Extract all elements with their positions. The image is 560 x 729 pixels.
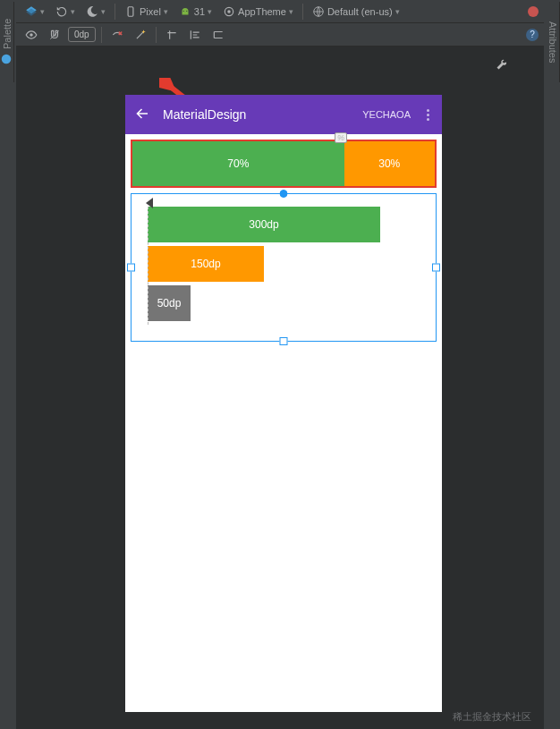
percent-badge: % (335, 132, 347, 143)
margin-value: 0dp (74, 30, 89, 39)
api-picker[interactable]: 31 ▾ (175, 3, 216, 21)
chevron-down-icon: ▾ (164, 7, 168, 16)
width-bar[interactable]: 50dp (148, 285, 191, 321)
clear-constraints-icon (111, 29, 123, 41)
guideline-icon (165, 29, 178, 41)
percent-label: 70% (227, 157, 249, 170)
svg-point-5 (227, 10, 231, 13)
resize-handle[interactable] (432, 264, 440, 272)
chevron-down-icon: ▾ (101, 7, 106, 16)
palette-tab[interactable]: Palette (0, 2, 14, 82)
resize-handle[interactable] (280, 337, 288, 345)
separator (115, 4, 115, 20)
pack-button[interactable] (208, 26, 228, 44)
svg-point-7 (30, 33, 33, 37)
wand-icon (134, 29, 147, 41)
chevron-down-icon: ▾ (395, 7, 400, 16)
theme-picker[interactable]: AppTheme ▾ (219, 3, 297, 21)
target-icon (223, 5, 235, 18)
bar-label: 150dp (191, 258, 220, 270)
bar-label: 300dp (249, 218, 278, 231)
svg-point-0 (2, 55, 12, 64)
palette-tab-label: Palette (2, 19, 13, 49)
svg-rect-1 (128, 6, 133, 16)
resize-handle[interactable] (127, 264, 135, 272)
separator (101, 27, 102, 43)
palette-icon (1, 53, 13, 65)
app-bar: MaterialDesign YECHAOA (125, 95, 442, 134)
watermark: 稀土掘金技术社区 (453, 710, 531, 724)
chevron-down-icon: ▾ (71, 7, 75, 16)
percent-layout[interactable]: % 70% 30% (131, 140, 437, 188)
align-icon (189, 29, 201, 41)
clear-constraints-button[interactable] (107, 26, 127, 44)
chevron-down-icon: ▾ (208, 7, 212, 16)
rotate-icon (55, 5, 68, 18)
device-label: Pixel (140, 6, 161, 17)
width-bar[interactable]: 300dp (148, 207, 380, 242)
layers-icon (25, 5, 38, 18)
chevron-down-icon: ▾ (40, 7, 45, 16)
locale-picker[interactable]: Default (en-us) ▾ (309, 3, 403, 21)
app-title: MaterialDesign (163, 107, 246, 122)
design-toolbar: ▾ ▾ ▾ Pixel ▾ 31 ▾ AppTheme ▾ Default (e… (16, 0, 544, 23)
api-label: 31 (194, 6, 205, 17)
overflow-icon[interactable] (423, 109, 433, 121)
locale-label: Default (en-us) (327, 6, 393, 17)
resize-handle[interactable] (280, 190, 288, 198)
align-button[interactable] (185, 26, 205, 44)
moon-icon (86, 5, 98, 18)
wrench-icon[interactable] (496, 59, 507, 72)
chevron-down-icon: ▾ (289, 7, 293, 16)
view-mode-button[interactable]: ▾ (21, 3, 48, 21)
autoconnect-button[interactable] (45, 26, 64, 44)
orientation-button[interactable]: ▾ (52, 3, 79, 21)
percent-bar-70[interactable]: 70% (132, 141, 344, 186)
globe-icon (312, 5, 325, 18)
phone-icon (124, 5, 137, 18)
svg-point-3 (186, 10, 187, 11)
svg-point-2 (183, 10, 184, 11)
eye-icon (25, 29, 38, 41)
android-icon (179, 5, 191, 18)
separator (302, 4, 303, 20)
guideline[interactable] (148, 207, 148, 325)
selected-linear-layout[interactable]: 300dp150dp50dp (131, 193, 437, 342)
device-picker[interactable]: Pixel ▾ (121, 3, 172, 21)
help-button[interactable]: ? (526, 29, 539, 41)
percent-label: 30% (378, 157, 400, 170)
attributes-tab-label: Attributes (547, 21, 558, 63)
guidelines-button[interactable] (162, 26, 182, 44)
app-subtitle: YECHAOA (362, 109, 411, 120)
magnet-icon (48, 29, 61, 41)
bar-label: 50dp (157, 297, 182, 309)
pack-icon (212, 29, 225, 41)
warnings-indicator[interactable] (528, 6, 539, 17)
design-canvas[interactable]: MaterialDesign YECHAOA % 70% 30% 300dp15… (16, 47, 544, 729)
percent-bar-30[interactable]: 30% (344, 141, 435, 186)
separator (156, 27, 157, 43)
help-label: ? (530, 30, 535, 39)
view-options-button[interactable] (21, 26, 41, 44)
night-mode-button[interactable]: ▾ (82, 3, 109, 21)
default-margin-picker[interactable]: 0dp (68, 27, 96, 42)
layout-toolbar: 0dp ? (16, 23, 544, 47)
infer-constraints-button[interactable] (131, 26, 150, 44)
device-frame[interactable]: MaterialDesign YECHAOA % 70% 30% 300dp15… (125, 95, 442, 712)
theme-label: AppTheme (238, 6, 286, 17)
width-bar[interactable]: 150dp (148, 246, 264, 282)
back-icon[interactable] (134, 106, 150, 124)
attributes-tab[interactable]: Attributes (546, 2, 560, 82)
